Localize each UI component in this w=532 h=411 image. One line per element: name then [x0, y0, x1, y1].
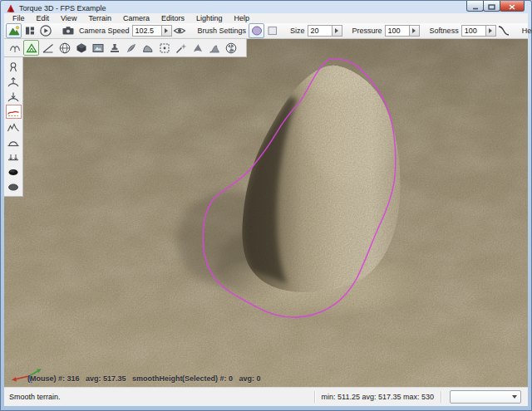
size-label: Size	[290, 27, 305, 35]
slope-tool-button[interactable]	[40, 40, 56, 56]
close-icon	[509, 0, 515, 12]
eye-icon	[173, 24, 186, 37]
paint-gray-icon	[7, 180, 20, 193]
smooth-hill-icon	[208, 42, 221, 55]
fly-tool-button[interactable]	[7, 40, 22, 56]
flatten-tool-button[interactable]	[6, 135, 22, 149]
titlebar: Torque 3D - FPS Example	[1, 1, 531, 14]
raise-height-button[interactable]	[6, 75, 22, 89]
box-brush-icon	[266, 24, 279, 37]
softness-spinner[interactable]	[485, 26, 495, 36]
layers-dropdown[interactable]	[450, 390, 521, 404]
cube-button[interactable]	[73, 40, 89, 56]
maximize-button[interactable]	[483, 1, 500, 12]
stamp-icon	[108, 42, 121, 55]
app-icon	[6, 3, 16, 13]
softness-label: Softness	[430, 27, 459, 35]
size-spinner[interactable]	[332, 26, 342, 36]
falloff-curve-button[interactable]	[496, 23, 512, 38]
terrain-brush-icon	[191, 42, 204, 55]
box-brush-button[interactable]	[264, 23, 280, 38]
pressure-spinner[interactable]	[409, 26, 419, 36]
ellipse-brush-button[interactable]	[249, 23, 264, 38]
brush-settings-label: Brush Settings	[198, 27, 247, 35]
size-value[interactable]: 20	[308, 26, 332, 36]
chevron-down-icon	[509, 395, 520, 399]
fly-tool-icon	[8, 42, 22, 55]
play-button[interactable]	[37, 23, 53, 38]
terrain-editor-button[interactable]	[23, 40, 39, 56]
slope-tool-icon	[42, 42, 55, 55]
ramp-button[interactable]	[140, 40, 155, 56]
set-height-button[interactable]	[6, 149, 22, 164]
menu-terrain[interactable]: Terrain	[82, 13, 117, 23]
visibility-button[interactable]	[172, 23, 188, 38]
pressure-value[interactable]: 100	[386, 26, 409, 36]
terrain-stats: min: 511.25 avg: 517.35 max: 530	[315, 393, 441, 401]
smooth-tool-icon	[7, 105, 20, 119]
camera-speed-label: Camera Speed	[79, 27, 130, 35]
camera-speed-field[interactable]: 102.5	[132, 25, 172, 37]
paint-gray-button[interactable]	[6, 179, 22, 193]
layout-icon	[23, 24, 37, 37]
falloff-curve-icon	[497, 24, 510, 37]
camera-menu-button[interactable]	[60, 23, 76, 38]
camera-speed-value[interactable]: 102.5	[133, 26, 161, 36]
scene-view-button[interactable]	[6, 23, 22, 38]
paint-black-icon	[7, 165, 20, 179]
noise-tool-icon	[7, 120, 20, 134]
selected-info-text: (Selected) #: 0 avg: 0	[182, 374, 261, 383]
menu-editors[interactable]: Editors	[155, 13, 190, 23]
menu-file[interactable]: File	[7, 13, 31, 23]
paint-black-button[interactable]	[6, 164, 22, 179]
layout-button[interactable]	[22, 23, 37, 38]
scene-icon	[7, 24, 21, 37]
texture-swap-icon	[91, 42, 105, 55]
app-window: Torque 3D - FPS Example FileEditViewTerr…	[0, 0, 532, 411]
marquee-select-button[interactable]	[156, 40, 172, 56]
statusbar: Smooth terrain. min: 511.25 avg: 517.35 …	[4, 387, 528, 406]
camera-speed-spinner[interactable]	[161, 26, 171, 36]
close-button[interactable]	[500, 1, 525, 12]
grab-tool-button[interactable]	[6, 60, 22, 74]
softness-value[interactable]: 100	[462, 26, 485, 36]
fan-button[interactable]	[223, 40, 239, 56]
ellipse-brush-icon	[250, 24, 264, 37]
minimize-button[interactable]	[466, 1, 484, 12]
terrain-render[interactable]	[4, 39, 528, 388]
ramp-icon	[141, 42, 155, 55]
play-icon	[39, 24, 52, 37]
menu-lighting[interactable]: Lighting	[190, 13, 229, 23]
cube-icon	[75, 42, 88, 55]
pressure-field[interactable]: 100	[385, 25, 420, 37]
menu-edit[interactable]: Edit	[31, 13, 56, 23]
feather-button[interactable]	[123, 40, 139, 56]
smooth-tool-button[interactable]	[6, 105, 22, 119]
viewport[interactable]: (Mouse) #: 316 avg: 517.35 smoothHeight …	[4, 39, 528, 388]
main-toolbar: Camera Speed 102.5 Brush Settings Size 2…	[4, 23, 528, 39]
stamp-button[interactable]	[106, 40, 122, 56]
smooth-hill-button[interactable]	[206, 40, 222, 56]
menu-view[interactable]: View	[55, 13, 82, 23]
terrain-editor-icon	[25, 42, 38, 55]
fan-icon	[224, 42, 238, 55]
lower-height-button[interactable]	[6, 90, 22, 104]
window-controls	[467, 1, 525, 12]
status-message: Smooth terrain.	[4, 393, 314, 401]
magic-wand-button[interactable]	[173, 40, 189, 56]
pressure-label: Pressure	[352, 27, 382, 35]
texture-swap-button[interactable]	[90, 40, 106, 56]
noise-tool-button[interactable]	[6, 120, 22, 134]
flatten-tool-icon	[7, 135, 20, 149]
menu-camera[interactable]: Camera	[117, 13, 155, 23]
raise-height-icon	[7, 76, 20, 89]
menu-help[interactable]: Help	[228, 13, 255, 23]
mouse-info-text: (Mouse) #: 316 avg: 517.35 smoothHeight	[27, 374, 183, 383]
size-field[interactable]: 20	[308, 25, 342, 37]
terrain-brush-button[interactable]	[190, 40, 205, 56]
globe-button[interactable]	[57, 40, 72, 56]
magic-wand-icon	[175, 42, 188, 55]
softness-field[interactable]: 100	[461, 25, 496, 37]
grab-tool-icon	[7, 61, 20, 74]
camera-icon	[62, 24, 75, 37]
